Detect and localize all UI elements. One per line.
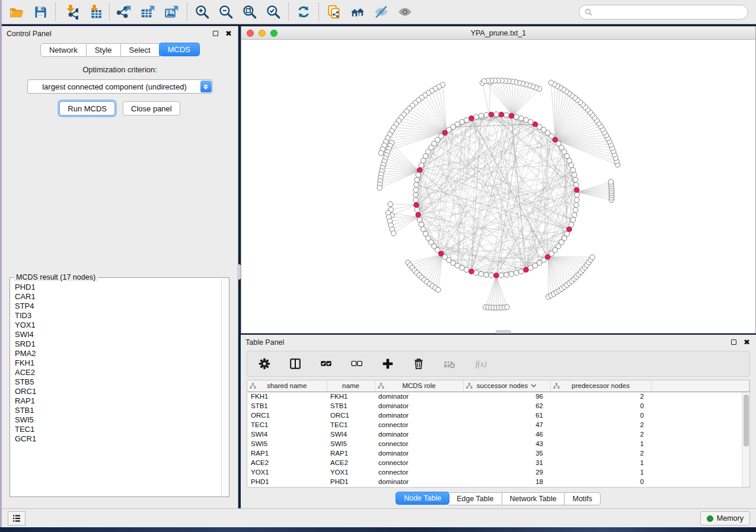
table-cell: 2 [550,392,651,401]
zoom-fit-icon [242,4,257,20]
tab-select[interactable]: Select [121,43,160,57]
import-table-button[interactable] [82,2,106,22]
open-session-button[interactable] [5,2,28,22]
table-row[interactable]: RAP1RAP1dominator352 [247,448,749,458]
zoom-selected-button[interactable] [261,2,285,22]
mcds-result-item[interactable]: TID3 [15,311,221,321]
select-all-button[interactable] [318,356,334,371]
table-row[interactable]: ORC1ORC1dominator610 [247,411,749,420]
zoom-out-button[interactable] [214,2,238,22]
mcds-result-item[interactable]: SRD1 [15,339,221,349]
table-cell [651,430,749,439]
memory-button[interactable]: Memory [700,511,750,525]
column-header-filler [651,380,749,392]
table-cell: 0 [550,401,651,411]
export-table-button[interactable] [136,2,160,22]
table-cell: PHD1 [327,477,375,486]
column-header-name[interactable]: name [327,380,375,392]
mcds-result-item[interactable]: YOX1 [15,321,221,330]
show-all-button[interactable] [393,2,417,22]
table-row[interactable]: YOX1YOX1connector291 [247,467,749,477]
column-header-successor-nodes[interactable]: successor nodes [463,380,550,392]
vertical-splitter-handle[interactable] [237,264,241,280]
table-toolbar: f(x) [247,351,750,377]
zoom-fit-button[interactable] [238,2,261,22]
mcds-result-item[interactable]: FKH1 [15,358,221,368]
network-graph-canvas[interactable] [241,40,755,333]
hide-selected-icon [374,4,389,20]
table-row[interactable]: ACE2ACE2connector311 [247,458,749,467]
mcds-result-item[interactable]: CAR1 [15,292,221,302]
table-cell [651,458,749,467]
run-mcds-button[interactable]: Run MCDS [59,101,115,116]
mcds-result-list[interactable]: PHD1CAR1STP4TID3YOX1SWI4SRD1PMA2FKH1ACE2… [11,279,221,496]
float-table-panel-icon[interactable] [729,338,738,347]
horizontal-splitter-handle[interactable] [496,330,511,334]
tab-style[interactable]: Style [87,43,121,57]
table-row[interactable]: TEC1TEC1connector472 [247,420,749,430]
tab-motifs[interactable]: Motifs [564,492,600,505]
table-panel-title: Table Panel [245,338,284,347]
duplicate-network-button[interactable] [322,2,346,22]
columns-button[interactable] [288,356,303,371]
add-column-button[interactable] [380,356,395,371]
desktop-edge-bottom [0,527,756,532]
table-scrollbar-thumb[interactable] [744,395,749,447]
search-box[interactable] [579,5,748,20]
table-row[interactable]: SWI5SWI5connector431 [247,439,749,448]
column-type-icon [378,383,384,389]
mcds-result-item[interactable]: STP4 [15,302,221,311]
close-table-panel-icon[interactable]: ✖ [742,338,751,347]
mcds-result-item[interactable]: ACE2 [15,368,221,377]
table-cell: STB1 [247,401,327,411]
table-cell: connector [375,458,463,467]
table-cell: 61 [463,411,550,420]
mcds-result-item[interactable]: SWI4 [15,330,221,339]
mcds-list-scrollbar[interactable] [221,278,228,496]
mcds-result-item[interactable]: PHD1 [15,283,221,292]
table-cell: ACE2 [247,458,327,467]
export-network-button[interactable] [113,2,136,22]
mcds-result-item[interactable]: STB5 [15,377,221,387]
mcds-result-item[interactable]: SWI5 [15,415,221,425]
column-header-shared-name[interactable]: shared name [247,380,327,392]
mcds-result-item[interactable]: PMA2 [15,349,221,358]
column-header-predecessor-nodes[interactable]: predecessor nodes [550,380,651,392]
import-network-icon [63,4,78,20]
zoom-in-button[interactable] [190,2,214,22]
optimization-criterion-select[interactable]: largest connected component (undirected) [27,79,213,94]
settings-gear-button[interactable] [257,356,272,371]
delete-column-button[interactable] [411,356,426,371]
table-cell: 0 [550,411,651,420]
export-image-button[interactable] [160,2,184,22]
close-panel-icon[interactable]: ✖ [224,29,233,38]
mcds-result-item[interactable]: STB1 [15,406,221,415]
table-row[interactable]: PHD1PHD1dominator180 [247,477,749,486]
tab-network[interactable]: Network [40,43,87,57]
mcds-result-item[interactable]: RAP1 [15,396,221,406]
table-row[interactable]: STB1STB1dominator620 [247,401,749,411]
mcds-result-item[interactable]: GCR1 [15,434,221,444]
tab-node-table[interactable]: Node Table [395,492,449,505]
open-session-icon [9,4,24,20]
refresh-button[interactable] [292,2,315,22]
search-input[interactable] [596,8,742,17]
save-session-button[interactable] [28,2,52,22]
import-network-button[interactable] [59,2,82,22]
deselect-all-button[interactable] [349,356,365,371]
tab-network-table[interactable]: Network Table [502,492,565,505]
table-row[interactable]: FKH1FKH1dominator962 [247,392,749,401]
float-panel-icon[interactable] [211,29,220,38]
table-row[interactable]: SWI4SWI4dominator462 [247,430,749,439]
tab-edge-table[interactable]: Edge Table [449,492,502,505]
mcds-result-item[interactable]: TEC1 [15,425,221,434]
table-scrollbar[interactable] [742,392,749,487]
hide-selected-button[interactable] [369,2,393,22]
table-cell [651,392,749,401]
column-header-MCDS-role[interactable]: MCDS role [375,380,463,392]
task-history-button[interactable] [8,511,25,525]
first-neighbors-button[interactable] [346,2,369,22]
tab-mcds[interactable]: MCDS [159,43,200,56]
mcds-result-item[interactable]: ORC1 [15,387,221,396]
close-panel-button[interactable]: Close panel [123,101,180,116]
